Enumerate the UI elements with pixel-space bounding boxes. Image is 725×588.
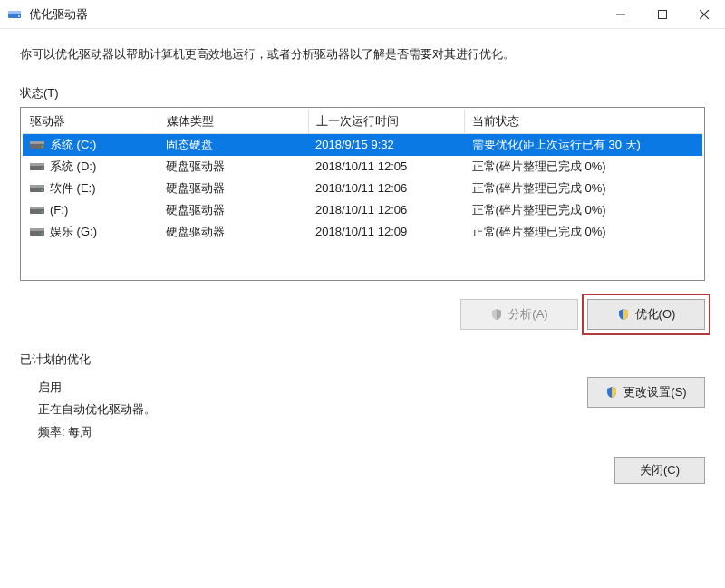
table-row[interactable]: 娱乐 (G:)硬盘驱动器2018/10/11 12:09正常(碎片整理已完成 0… [23,221,702,243]
drive-status: 正常(碎片整理已完成 0%) [465,199,703,221]
table-row[interactable]: 系统 (C:)固态硬盘2018/9/15 9:32需要优化(距上次运行已有 30… [23,133,702,156]
svg-rect-8 [30,141,44,144]
drive-last-run: 2018/10/11 12:06 [308,199,465,221]
drive-media: 固态硬盘 [159,133,308,156]
table-header-row: 驱动器 媒体类型 上一次运行时间 当前状态 [23,110,702,134]
drive-last-run: 2018/9/15 9:32 [308,133,465,156]
intro-text: 你可以优化驱动器以帮助计算机更高效地运行，或者分析驱动器以了解是否需要对其进行优… [20,45,705,63]
svg-rect-20 [30,228,44,231]
scheduled-section-label: 已计划的优化 [20,352,705,368]
footer: 关闭(C) [0,457,725,502]
scheduled-section: 已计划的优化 启用 正在自动优化驱动器。 频率: 每周 更改设置(S) [20,352,705,444]
col-drive[interactable]: 驱动器 [23,110,159,134]
analyze-button-label: 分析(A) [508,306,547,323]
shield-icon [490,308,503,321]
svg-rect-1 [8,11,21,14]
drive-name: 系统 (D:) [50,159,96,175]
svg-point-9 [42,146,44,148]
drive-icon [30,205,44,216]
close-window-button[interactable] [683,0,725,29]
close-button[interactable]: 关闭(C) [614,457,705,484]
drive-name: (F:) [50,203,68,217]
scheduled-frequency-line: 频率: 每周 [38,421,156,444]
shield-icon [605,386,618,399]
drive-status: 正常(碎片整理已完成 0%) [465,221,703,243]
svg-rect-17 [30,207,44,209]
drive-table: 驱动器 媒体类型 上一次运行时间 当前状态 系统 (C:)固态硬盘2018/9/… [23,110,702,243]
drive-last-run: 2018/10/11 12:09 [308,221,465,243]
drive-name: 软件 (E:) [50,180,96,197]
drive-status: 需要优化(距上次运行已有 30 天) [465,133,703,156]
col-last-run[interactable]: 上一次运行时间 [308,110,465,134]
svg-rect-4 [659,10,667,18]
drive-media: 硬盘驱动器 [159,199,308,221]
col-current-status[interactable]: 当前状态 [465,110,703,134]
svg-point-2 [18,15,20,17]
title-bar: 优化驱动器 [0,0,725,29]
drive-icon [30,161,44,172]
svg-point-12 [42,168,44,169]
drive-icon [30,140,44,150]
optimize-button-label: 优化(O) [635,306,676,323]
optimize-button[interactable]: 优化(O) [587,299,705,330]
drive-media: 硬盘驱动器 [159,221,308,243]
app-icon [7,7,22,22]
drive-status: 正常(碎片整理已完成 0%) [465,156,703,178]
maximize-button[interactable] [642,0,683,29]
table-row[interactable]: 系统 (D:)硬盘驱动器2018/10/11 12:05正常(碎片整理已完成 0… [23,156,702,178]
table-row[interactable]: (F:)硬盘驱动器2018/10/11 12:06正常(碎片整理已完成 0%) [23,199,702,221]
drive-table-container: 驱动器 媒体类型 上一次运行时间 当前状态 系统 (C:)固态硬盘2018/9/… [20,107,705,281]
action-button-row: 分析(A) 优化(O) [20,299,705,330]
svg-point-21 [42,233,44,235]
change-settings-button-label: 更改设置(S) [624,384,686,400]
main-content: 你可以优化驱动器以帮助计算机更高效地运行，或者分析驱动器以了解是否需要对其进行优… [0,29,725,457]
drive-last-run: 2018/10/11 12:05 [308,156,465,178]
drive-icon [30,227,44,237]
drive-icon [30,183,44,194]
drive-media: 硬盘驱动器 [159,156,308,178]
svg-rect-11 [30,163,44,166]
window-title: 优化驱动器 [29,6,88,23]
analyze-button: 分析(A) [460,299,578,330]
minimize-button[interactable] [600,0,642,29]
drive-status: 正常(碎片整理已完成 0%) [465,178,703,199]
change-settings-button[interactable]: 更改设置(S) [587,377,705,408]
svg-point-15 [42,189,44,191]
scheduled-enabled-label: 启用 [38,377,156,400]
scheduled-status-line: 正在自动优化驱动器。 [38,399,156,421]
table-row[interactable]: 软件 (E:)硬盘驱动器2018/10/11 12:06正常(碎片整理已完成 0… [23,178,702,199]
close-button-label: 关闭(C) [640,462,680,478]
drive-name: 娱乐 (G:) [50,224,97,240]
status-section-label: 状态(T) [20,85,705,101]
scheduled-text: 启用 正在自动优化驱动器。 频率: 每周 [20,377,156,444]
col-media[interactable]: 媒体类型 [159,110,308,134]
drive-name: 系统 (C:) [50,137,96,153]
drive-media: 硬盘驱动器 [159,178,308,199]
drive-last-run: 2018/10/11 12:06 [308,178,465,199]
shield-icon [617,308,630,321]
svg-rect-14 [30,185,44,188]
svg-point-18 [42,211,44,213]
